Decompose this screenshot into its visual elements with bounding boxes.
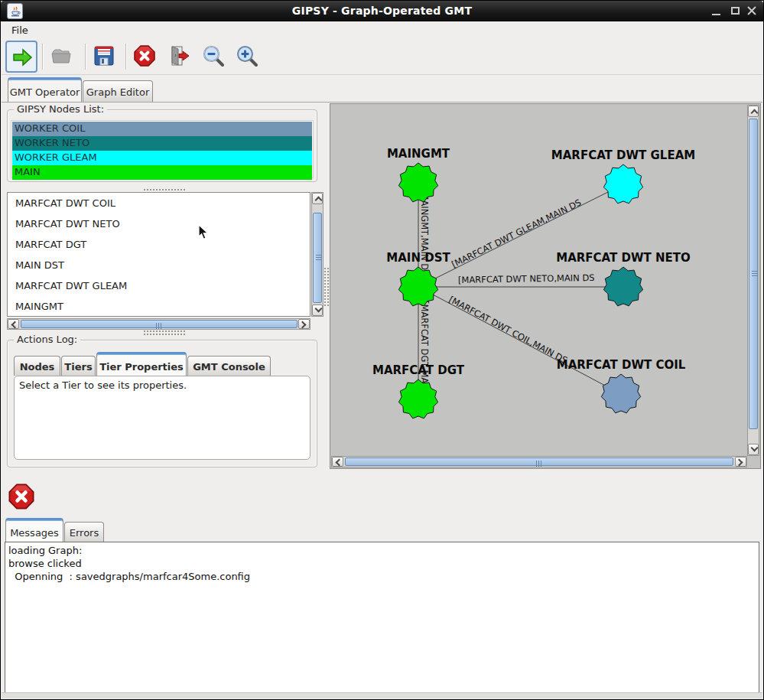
tier-list-item[interactable]: MARFCAT DWT GLEAM (8, 275, 310, 296)
split-divider-handle[interactable] (143, 330, 186, 336)
gipsy-node-row[interactable]: WORKER COIL (12, 122, 312, 136)
messages-log[interactable]: loading Graph: browse clicked Openning :… (5, 542, 759, 694)
gipsy-node-row[interactable]: WORKER NETO (12, 136, 312, 151)
tab-gmt-operator[interactable]: GMT Operator (8, 77, 82, 103)
graph-view-panel[interactable]: [MAINGMT,MAIN DS[MARFCAT DWT GLEAM,MAIN … (330, 103, 761, 469)
toolbar (2, 38, 762, 75)
maximize-button[interactable] (729, 5, 743, 17)
tab-gmt-console[interactable]: GMT Console (187, 356, 271, 376)
stop-icon (8, 483, 35, 510)
graph-node-label: MARFCAT DGT (372, 363, 465, 377)
exit-door-icon (167, 44, 190, 67)
exit-button[interactable] (164, 41, 196, 73)
tier-list-item[interactable]: MARFCAT DGT (8, 234, 310, 255)
tier-list-hscrollbar[interactable] (7, 318, 310, 330)
graph-edge-label: [MARFCAT DWT NETO,MAIN DS (458, 272, 595, 285)
tab-messages[interactable]: Messages (5, 518, 63, 542)
graph-node-label: MARFCAT DWT GLEAM (551, 148, 695, 162)
tier-properties-content: Select a Tier to see its properties. (14, 376, 310, 460)
toolbar-separator (125, 44, 127, 70)
console-tab-bar: Messages Errors (5, 515, 759, 542)
run-arrow-icon (11, 46, 34, 69)
tier-list-item[interactable]: MAIN DST (8, 255, 310, 275)
graph-node-MAINGMT[interactable] (398, 163, 437, 202)
close-button[interactable] (745, 5, 759, 17)
graph-node-MARFCAT_DWT_GLEAM[interactable] (603, 164, 642, 203)
scroll-left-icon (11, 321, 19, 329)
gmt-operator-panel: GIPSY Nodes List: WORKER COILWORKER NETO… (2, 102, 762, 470)
split-divider-handle[interactable] (323, 267, 330, 307)
window-title: GIPSY - Graph-Operated GMT (1, 5, 763, 17)
graph-node-label: MARFCAT DWT COIL (557, 358, 686, 372)
gipsy-node-row[interactable]: WORKER GLEAM (12, 151, 312, 165)
graph-node-MAIN_DST[interactable] (398, 267, 437, 306)
graph-edge-label: [MARFCAT DWT COIL,MAIN DS (447, 294, 570, 366)
graph-node-label: MAIN DST (386, 251, 450, 265)
tier-list-item[interactable]: MAINGMT (8, 296, 310, 317)
zoom-in-button[interactable] (232, 41, 264, 73)
save-floppy-icon (93, 44, 115, 67)
zoom-in-icon (236, 44, 258, 67)
menu-file[interactable]: File (8, 24, 31, 37)
gipsy-node-row[interactable]: MAIN (12, 165, 312, 180)
graph-canvas[interactable]: [MAINGMT,MAIN DS[MARFCAT DWT GLEAM,MAIN … (331, 105, 748, 457)
tab-tiers[interactable]: Tiers (61, 356, 96, 376)
tab-errors[interactable]: Errors (64, 522, 104, 542)
toolbar-separator (85, 44, 86, 70)
run-button[interactable] (5, 41, 37, 73)
gipsy-nodes-list: WORKER COILWORKER NETOWORKER GLEAMMAIN (11, 120, 314, 178)
graph-node-MARFCAT_DWT_NETO[interactable] (603, 267, 642, 306)
scroll-right-icon (299, 321, 307, 329)
scroll-left-icon (336, 459, 343, 467)
open-button[interactable] (46, 41, 78, 73)
actions-log-title: Actions Log: (14, 334, 80, 345)
scroll-up-icon (751, 109, 759, 117)
tab-graph-editor[interactable]: Graph Editor (83, 80, 153, 103)
minimize-button[interactable] (710, 5, 723, 17)
zoom-out-icon (202, 44, 225, 67)
graph-vscrollbar[interactable] (747, 105, 759, 456)
graph-node-MARFCAT_DWT_COIL[interactable] (601, 374, 640, 413)
save-button[interactable] (89, 41, 121, 73)
graph-hscrollbar[interactable] (331, 456, 747, 467)
app-window: GIPSY - Graph-Operated GMT File (0, 0, 764, 700)
actions-log-tabs: Nodes Tiers Tier Properties GMT Console (14, 351, 310, 376)
scroll-down-icon (315, 305, 323, 313)
scroll-down-icon (751, 444, 759, 452)
title-bar: GIPSY - Graph-Operated GMT (1, 1, 763, 21)
gipsy-nodes-list-box: GIPSY Nodes List: WORKER COILWORKER NETO… (7, 109, 317, 182)
tier-list-item[interactable]: MARFCAT DWT NETO (8, 213, 310, 234)
stop-icon (133, 44, 156, 67)
zoom-out-button[interactable] (198, 41, 230, 73)
toolbar-separator (42, 44, 44, 70)
main-tab-bar: GMT Operator Graph Editor (2, 75, 762, 103)
tier-list-item[interactable]: MARFCAT DWT COIL (8, 193, 310, 213)
abort-button[interactable] (8, 483, 37, 512)
console-panel: Messages Errors loading Graph: browse cl… (2, 470, 762, 698)
menu-bar: File (2, 22, 762, 38)
actions-log-box: Actions Log: Nodes Tiers Tier Properties… (7, 340, 317, 467)
tier-list-vscrollbar[interactable] (311, 192, 323, 317)
scroll-right-icon (736, 459, 743, 467)
graph-node-MARFCAT_DGT[interactable] (398, 379, 437, 418)
tier-list: MARFCAT DWT COILMARFCAT DWT NETOMARFCAT … (7, 192, 310, 317)
open-folder-icon (50, 44, 73, 67)
gipsy-nodes-list-title: GIPSY Nodes List: (14, 103, 107, 115)
stop-button[interactable] (129, 41, 161, 73)
status-strip (2, 692, 762, 698)
tab-tier-properties[interactable]: Tier Properties (96, 352, 187, 376)
scroll-up-icon (315, 197, 323, 204)
graph-node-label: MAINGMT (387, 147, 450, 161)
tab-nodes[interactable]: Nodes (14, 356, 60, 376)
graph-node-label: MARFCAT DWT NETO (556, 251, 690, 265)
